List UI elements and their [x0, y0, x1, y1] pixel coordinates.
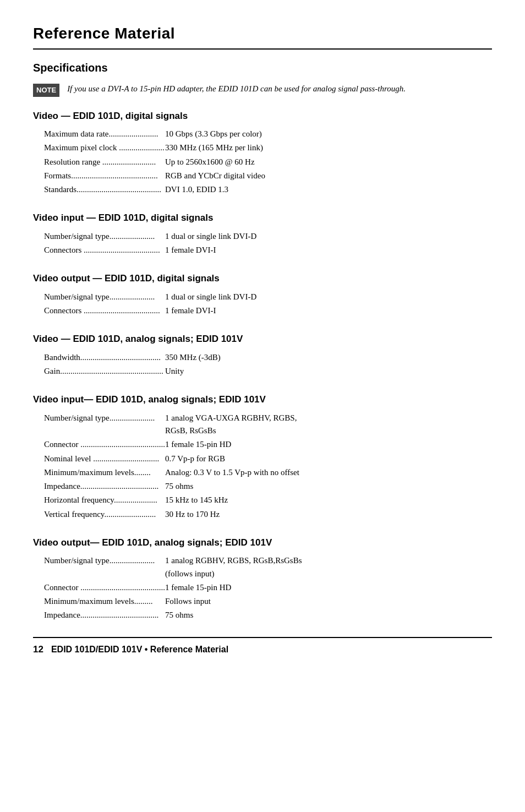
spec-value: 330 MHz (165 MHz per link) [165, 141, 492, 155]
video-input-digital-section: Video input — EDID 101D, digital signals… [33, 211, 492, 257]
table-row: Minimum/maximum levels........ Analog: 0… [33, 466, 492, 479]
video-output-digital-title: Video output — EDID 101D, digital signal… [33, 271, 492, 286]
footer-page-number: 12 [33, 642, 43, 657]
page-title: Reference Material [33, 22, 492, 45]
video-analog-section: Video — EDID 101D, analog signals; EDID … [33, 332, 492, 378]
spec-label: Resolution range .......................… [33, 155, 165, 169]
video-input-analog-title: Video input— EDID 101D, analog signals; … [33, 393, 492, 407]
table-row: Gain....................................… [33, 364, 492, 378]
spec-label: Vertical frequency......................… [33, 508, 165, 521]
spec-label: Number/signal type...................... [33, 411, 165, 438]
spec-label: Nominal level ..........................… [33, 452, 165, 466]
spec-value: 1 dual or single link DVI-D [165, 290, 492, 304]
spec-value: 1 female 15-pin HD [165, 438, 492, 451]
spec-value: 1 female 15-pin HD [165, 581, 492, 595]
spec-value: Analog: 0.3 V to 1.5 Vp-p with no offset [165, 466, 492, 479]
spec-value: Up to 2560x1600 @ 60 Hz [165, 155, 492, 169]
video-input-analog-section: Video input— EDID 101D, analog signals; … [33, 393, 492, 521]
video-analog-title: Video — EDID 101D, analog signals; EDID … [33, 332, 492, 346]
table-row: Number/signal type......................… [33, 554, 492, 581]
spec-value: Follows input [165, 595, 492, 608]
spec-value: DVI 1.0, EDID 1.3 [165, 183, 492, 197]
table-row: Connectors .............................… [33, 304, 492, 318]
spec-label: Horizontal frequency....................… [33, 493, 165, 507]
spec-value: 350 MHz (-3dB) [165, 351, 492, 364]
spec-value: 1 female DVI-I [165, 243, 492, 257]
video-digital-title: Video — EDID 101D, digital signals [33, 109, 492, 123]
table-row: Connectors .............................… [33, 243, 492, 257]
video-input-analog-table: Number/signal type......................… [33, 411, 492, 521]
table-row: Nominal level ..........................… [33, 452, 492, 466]
video-input-digital-title: Video input — EDID 101D, digital signals [33, 211, 492, 225]
table-row: Number/signal type......................… [33, 411, 492, 438]
video-output-analog-table: Number/signal type......................… [33, 554, 492, 622]
spec-label: Connector ..............................… [33, 438, 165, 451]
video-output-digital-section: Video output — EDID 101D, digital signal… [33, 271, 492, 318]
spec-label: Connectors .............................… [33, 243, 165, 257]
spec-value: 1 female DVI-I [165, 304, 492, 318]
footer-text: EDID 101D/EDID 101V • Reference Material [51, 643, 228, 656]
table-row: Formats.................................… [33, 169, 492, 183]
spec-value: 10 Gbps (3.3 Gbps per color) [165, 127, 492, 141]
video-output-analog-section: Video output— EDID 101D, analog signals;… [33, 536, 492, 623]
video-input-digital-table: Number/signal type......................… [33, 230, 492, 258]
spec-label: Impedance...............................… [33, 608, 165, 622]
spec-value: 0.7 Vp-p for RGB [165, 452, 492, 466]
table-row: Number/signal type......................… [33, 290, 492, 304]
spec-label: Minimum/maximum levels........ [33, 466, 165, 479]
spec-label: Number/signal type...................... [33, 290, 165, 304]
table-row: Maximum pixel clock ....................… [33, 141, 492, 155]
table-row: Impedance...............................… [33, 608, 492, 622]
table-row: Connector ..............................… [33, 581, 492, 595]
video-output-digital-table: Number/signal type......................… [33, 290, 492, 318]
specifications-heading: Specifications [33, 59, 492, 76]
spec-label: Connector ..............................… [33, 581, 165, 595]
spec-label: Number/signal type...................... [33, 230, 165, 243]
spec-value: 1 analog VGA-UXGA RGBHV, RGBS,RGsB, RsGs… [165, 411, 492, 438]
table-row: Standards...............................… [33, 183, 492, 197]
note-box: NOTE If you use a DVI-A to 15-pin HD ada… [33, 83, 492, 97]
spec-label: Number/signal type...................... [33, 554, 165, 581]
spec-value: RGB and YCbCr digital video [165, 169, 492, 183]
spec-label: Gain....................................… [33, 364, 165, 378]
note-badge: NOTE [33, 84, 59, 97]
table-row: Connector ..............................… [33, 438, 492, 451]
table-row: Vertical frequency......................… [33, 508, 492, 521]
spec-value: 75 ohms [165, 608, 492, 622]
spec-label: Maximum pixel clock ....................… [33, 141, 165, 155]
title-divider [33, 48, 492, 50]
spec-value: 1 dual or single link DVI-D [165, 230, 492, 243]
spec-label: Bandwidth...............................… [33, 351, 165, 364]
spec-value: 75 ohms [165, 479, 492, 493]
spec-label: Maximum data rate.......................… [33, 127, 165, 141]
video-digital-section: Video — EDID 101D, digital signals Maxim… [33, 109, 492, 197]
spec-label: Formats.................................… [33, 169, 165, 183]
table-row: Resolution range .......................… [33, 155, 492, 169]
spec-label: Connectors .............................… [33, 304, 165, 318]
page-footer: 12 EDID 101D/EDID 101V • Reference Mater… [33, 637, 492, 657]
spec-value: Unity [165, 364, 492, 378]
table-row: Number/signal type......................… [33, 230, 492, 243]
table-row: Minimum/maximum levels......... Follows … [33, 595, 492, 608]
note-text: If you use a DVI-A to 15-pin HD adapter,… [67, 83, 406, 95]
spec-label: Standards...............................… [33, 183, 165, 197]
table-row: Horizontal frequency....................… [33, 493, 492, 507]
spec-label: Minimum/maximum levels......... [33, 595, 165, 608]
spec-value: 1 analog RGBHV, RGBS, RGsB,RsGsBs(follow… [165, 554, 492, 581]
spec-value: 15 kHz to 145 kHz [165, 493, 492, 507]
table-row: Bandwidth...............................… [33, 351, 492, 364]
video-output-analog-title: Video output— EDID 101D, analog signals;… [33, 536, 492, 550]
table-row: Maximum data rate.......................… [33, 127, 492, 141]
table-row: Impedance...............................… [33, 479, 492, 493]
spec-value: 30 Hz to 170 Hz [165, 508, 492, 521]
video-analog-table: Bandwidth...............................… [33, 351, 492, 379]
spec-label: Impedance...............................… [33, 479, 165, 493]
video-digital-table: Maximum data rate.......................… [33, 127, 492, 197]
